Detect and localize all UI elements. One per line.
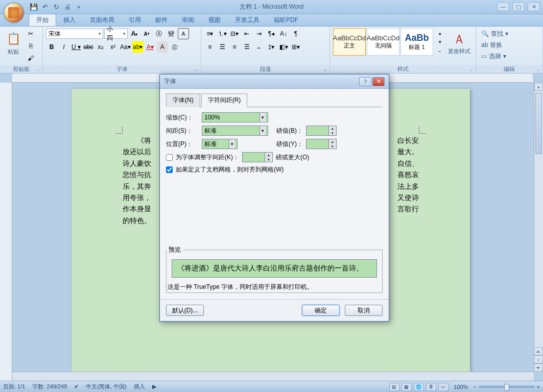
superscript-button[interactable]: x²	[107, 41, 119, 53]
scale-combo[interactable]: 100%	[202, 112, 268, 122]
distribute-button[interactable]: ⫠	[253, 41, 265, 53]
gallery-down-icon[interactable]: ▾	[434, 38, 445, 46]
shading-button[interactable]: ◧▾	[278, 41, 289, 53]
dialog-close-button[interactable]: ✕	[372, 77, 385, 86]
tab-font-n[interactable]: 字体(N)	[166, 93, 200, 107]
office-button[interactable]	[3, 2, 25, 23]
char-shading-button[interactable]: A	[157, 41, 168, 53]
snap-grid-checkbox[interactable]	[166, 166, 173, 173]
select-button[interactable]: ▭选择 ▾	[479, 51, 508, 62]
kerning-checkbox[interactable]	[166, 154, 173, 161]
line-spacing-button[interactable]: ‡▾	[266, 41, 277, 53]
gallery-up-icon[interactable]: ▴	[434, 29, 445, 38]
bold-button[interactable]: B	[46, 41, 57, 53]
grow-font-icon[interactable]: A▴	[129, 28, 140, 39]
style-nospacing[interactable]: AaBbCcDd 无间隔	[367, 28, 399, 56]
tab-layout[interactable]: 页面布局	[83, 14, 122, 26]
tab-view[interactable]: 视图	[201, 14, 228, 26]
strike-button[interactable]: abc	[83, 41, 94, 53]
highlight-button[interactable]: ab▾	[132, 41, 144, 53]
find-button[interactable]: 🔍查找 ▾	[479, 28, 510, 39]
maximize-button[interactable]: ▢	[512, 2, 525, 11]
dialog-titlebar[interactable]: 字体 ? ✕	[160, 75, 389, 89]
scroll-thumb[interactable]	[535, 93, 542, 154]
tab-char-spacing[interactable]: 字符间距(R)	[201, 93, 248, 107]
sort-button[interactable]: A↓	[278, 28, 289, 39]
tab-developer[interactable]: 开发工具	[228, 14, 267, 26]
numbering-button[interactable]: ⒈▾	[217, 28, 228, 39]
zoom-level[interactable]: 100%	[454, 384, 468, 390]
tab-home[interactable]: 开始	[29, 14, 56, 26]
zoom-out-button[interactable]: −	[473, 384, 476, 390]
cut-icon[interactable]: ✂	[25, 28, 36, 39]
kerning-spinner[interactable]	[242, 152, 273, 162]
close-button[interactable]: ✕	[528, 2, 540, 11]
font-size-combo[interactable]: 小四	[104, 29, 128, 39]
position-combo[interactable]: 标准	[202, 139, 238, 149]
char-border-icon[interactable]: A	[178, 28, 189, 39]
qat-dropdown-icon[interactable]: ▾	[75, 3, 83, 11]
format-painter-icon[interactable]: 🖌	[25, 53, 36, 64]
next-page-icon[interactable]: ⏷	[534, 363, 543, 372]
default-button[interactable]: 默认(D)...	[166, 305, 204, 316]
style-normal[interactable]: AaBbCcDd 正文	[333, 28, 366, 56]
status-mode[interactable]: 插入	[134, 383, 145, 390]
style-heading1[interactable]: AaBb 标题 1	[400, 28, 433, 56]
enclose-char-button[interactable]: ㊣	[169, 41, 180, 53]
italic-button[interactable]: I	[58, 41, 69, 53]
change-case-button[interactable]: Aa▾	[120, 41, 131, 53]
tab-mailings[interactable]: 邮件	[148, 14, 175, 26]
tab-review[interactable]: 审阅	[175, 14, 201, 26]
redo-icon[interactable]: ↻	[52, 3, 60, 11]
inc-indent-button[interactable]: ⇥	[253, 28, 265, 39]
horizontal-scrollbar[interactable]	[12, 372, 534, 381]
view-draft-icon[interactable]: ▭	[438, 383, 448, 391]
vertical-ruler[interactable]	[0, 83, 12, 381]
borders-button[interactable]: ⊞▾	[290, 41, 301, 53]
multilevel-button[interactable]: ⊟▾	[229, 28, 240, 39]
status-macro-icon[interactable]: ▶	[152, 383, 156, 390]
underline-button[interactable]: U ▾	[70, 41, 82, 53]
scroll-up-icon[interactable]: ▴	[534, 83, 543, 91]
view-print-layout-icon[interactable]: ▤	[389, 383, 399, 391]
style-gallery[interactable]: AaBbCcDd 正文 AaBbCcDd 无间隔 AaBb 标题 1 ▴ ▾ ⌄	[333, 28, 445, 56]
save-icon[interactable]: 💾	[30, 3, 38, 11]
zoom-slider[interactable]	[479, 386, 535, 388]
font-color-button[interactable]: A▾	[145, 41, 156, 53]
status-proof-icon[interactable]: ✔	[74, 383, 79, 390]
phonetic-icon[interactable]: 變	[166, 28, 177, 39]
status-language[interactable]: 中文(简体, 中国)	[86, 383, 126, 390]
font-name-combo[interactable]: 宋体	[46, 29, 103, 39]
ltr-button[interactable]: ¶◂	[266, 28, 277, 39]
align-right-button[interactable]: ≡	[229, 41, 240, 53]
zoom-in-button[interactable]: +	[537, 384, 540, 390]
view-fullscreen-icon[interactable]: ▦	[402, 383, 412, 391]
show-marks-button[interactable]: ¶	[290, 28, 301, 39]
paste-button[interactable]: 📋 粘贴	[3, 28, 23, 58]
browse-object-icon[interactable]: ○	[534, 355, 543, 363]
justify-button[interactable]: ☰	[241, 41, 252, 53]
dialog-help-button[interactable]: ?	[359, 77, 371, 86]
shrink-font-icon[interactable]: A▾	[141, 28, 152, 39]
view-outline-icon[interactable]: ≣	[426, 383, 436, 391]
spacing-pt-spinner[interactable]	[306, 126, 337, 136]
cancel-button[interactable]: 取消	[345, 305, 383, 316]
copy-icon[interactable]: ⎘	[25, 40, 36, 52]
status-page[interactable]: 页面: 1/1	[3, 383, 25, 390]
subscript-button[interactable]: x₂	[95, 41, 106, 53]
vertical-scrollbar[interactable]: ▴ ▾	[534, 83, 543, 372]
dec-indent-button[interactable]: ⇤	[241, 28, 252, 39]
change-styles-button[interactable]: Ａ 更改样式	[447, 28, 471, 58]
tab-foxit[interactable]: 福昕PDF	[267, 14, 305, 26]
minimize-button[interactable]: —	[497, 2, 509, 11]
spacing-combo[interactable]: 标准	[202, 126, 268, 136]
position-pt-spinner[interactable]	[306, 139, 337, 149]
view-web-icon[interactable]: 🌐	[414, 383, 424, 391]
align-left-button[interactable]: ≡	[204, 41, 216, 53]
print-preview-icon[interactable]: 🖨	[63, 3, 72, 11]
tab-references[interactable]: 引用	[122, 14, 148, 26]
undo-icon[interactable]: ↶	[41, 3, 49, 11]
gallery-more-icon[interactable]: ⌄	[434, 46, 445, 55]
replace-button[interactable]: ab替换	[479, 39, 504, 51]
align-center-button[interactable]: ☰	[217, 41, 228, 53]
